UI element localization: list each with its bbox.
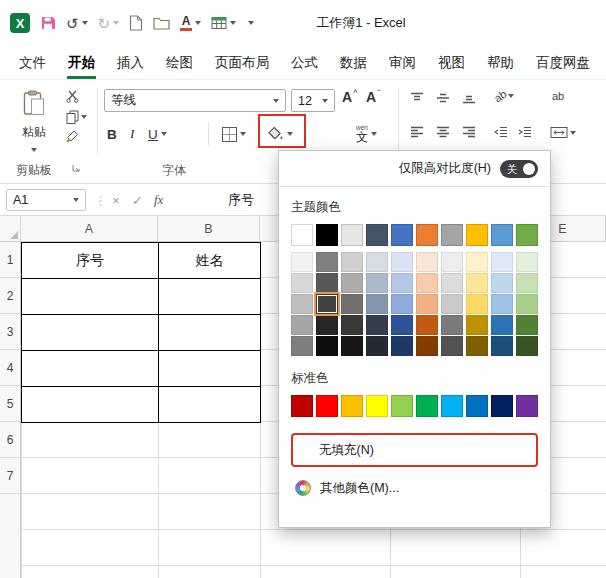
variant-swatch[interactable]: [366, 273, 388, 293]
chevron-down-icon[interactable]: [287, 132, 293, 136]
row-header-6[interactable]: 6: [0, 422, 20, 458]
variant-swatch[interactable]: [291, 315, 313, 335]
standard-color-swatch[interactable]: [416, 395, 438, 417]
cell-A5[interactable]: [22, 387, 159, 423]
chevron-down-icon[interactable]: [371, 132, 377, 136]
variant-swatch[interactable]: [391, 336, 413, 356]
variant-swatch[interactable]: [491, 336, 513, 356]
variant-swatch[interactable]: [316, 294, 338, 314]
variant-swatch[interactable]: [366, 294, 388, 314]
align-center-button[interactable]: [436, 126, 450, 138]
chevron-down-icon[interactable]: [230, 21, 236, 25]
theme-color-swatch[interactable]: [341, 224, 363, 246]
tab-数据[interactable]: 数据: [329, 46, 378, 79]
chevron-down-icon[interactable]: [31, 148, 37, 152]
variant-swatch[interactable]: [366, 336, 388, 356]
variant-swatch[interactable]: [516, 252, 538, 272]
chevron-down-icon[interactable]: [240, 132, 246, 136]
standard-color-swatch[interactable]: [516, 395, 538, 417]
table-grid-button[interactable]: [211, 16, 236, 30]
font-name-combo[interactable]: 等线: [104, 89, 286, 112]
align-middle-button[interactable]: [436, 92, 450, 104]
theme-color-swatch[interactable]: [441, 224, 463, 246]
more-colors-option[interactable]: 其他颜色(M)...: [291, 475, 538, 501]
undo-button[interactable]: ↺: [66, 16, 88, 31]
align-right-button[interactable]: [462, 126, 476, 138]
variant-swatch[interactable]: [341, 252, 363, 272]
row-header-4[interactable]: 4: [0, 350, 20, 386]
cut-button[interactable]: [66, 90, 79, 103]
cell-B1[interactable]: 姓名: [159, 243, 261, 279]
tab-插入[interactable]: 插入: [106, 46, 155, 79]
wrap-text-button[interactable]: ab: [552, 90, 564, 102]
font-size-combo[interactable]: 12: [291, 89, 335, 112]
phonetic-guide-button[interactable]: wén文: [356, 122, 377, 146]
increase-font-button[interactable]: A^: [342, 90, 357, 104]
standard-color-swatch[interactable]: [441, 395, 463, 417]
variant-swatch[interactable]: [466, 315, 488, 335]
variant-swatch[interactable]: [491, 273, 513, 293]
insert-function-icon[interactable]: fx: [154, 184, 163, 216]
standard-color-swatch[interactable]: [466, 395, 488, 417]
variant-swatch[interactable]: [441, 315, 463, 335]
new-file-button[interactable]: [129, 15, 143, 31]
chevron-down-icon[interactable]: [73, 198, 79, 202]
align-left-button[interactable]: [410, 126, 424, 138]
tab-页面布局[interactable]: 页面布局: [204, 46, 280, 79]
chevron-down-icon[interactable]: [508, 94, 514, 98]
variant-swatch[interactable]: [366, 252, 388, 272]
chevron-down-icon[interactable]: [273, 99, 279, 103]
variant-swatch[interactable]: [441, 273, 463, 293]
formula-content[interactable]: 序号: [228, 184, 254, 216]
theme-color-swatch[interactable]: [316, 224, 338, 246]
column-header-B[interactable]: B: [158, 216, 260, 241]
variant-swatch[interactable]: [316, 315, 338, 335]
variant-swatch[interactable]: [416, 315, 438, 335]
variant-swatch[interactable]: [516, 273, 538, 293]
variant-swatch[interactable]: [466, 252, 488, 272]
increase-indent-button[interactable]: [518, 126, 532, 138]
paste-button[interactable]: 粘贴: [10, 86, 58, 154]
select-all-corner[interactable]: [0, 216, 21, 241]
tab-开始[interactable]: 开始: [57, 46, 106, 79]
variant-swatch[interactable]: [391, 273, 413, 293]
chevron-down-icon[interactable]: [113, 21, 119, 25]
variant-swatch[interactable]: [516, 294, 538, 314]
borders-button[interactable]: [222, 122, 246, 146]
theme-color-swatch[interactable]: [391, 224, 413, 246]
font-color-button[interactable]: A: [180, 15, 201, 31]
high-contrast-toggle[interactable]: 关: [500, 160, 538, 178]
standard-color-swatch[interactable]: [391, 395, 413, 417]
tab-绘图[interactable]: 绘图: [155, 46, 204, 79]
tab-帮助[interactable]: 帮助: [476, 46, 525, 79]
chevron-down-icon[interactable]: [570, 131, 576, 135]
save-button[interactable]: [40, 15, 56, 31]
format-painter-button[interactable]: [66, 130, 79, 143]
open-file-button[interactable]: [153, 16, 170, 30]
theme-color-swatch[interactable]: [491, 224, 513, 246]
variant-swatch[interactable]: [391, 294, 413, 314]
tab-审阅[interactable]: 审阅: [378, 46, 427, 79]
variant-swatch[interactable]: [516, 315, 538, 335]
standard-color-swatch[interactable]: [291, 395, 313, 417]
standard-color-swatch[interactable]: [366, 395, 388, 417]
row-header-1[interactable]: 1: [0, 242, 20, 278]
enter-icon[interactable]: ✓: [132, 184, 143, 216]
cell-A3[interactable]: [22, 315, 159, 351]
column-header-A[interactable]: A: [21, 216, 158, 241]
variant-swatch[interactable]: [366, 315, 388, 335]
variant-swatch[interactable]: [291, 252, 313, 272]
row-header-5[interactable]: 5: [0, 386, 20, 422]
cell-A1[interactable]: 序号: [22, 243, 159, 279]
chevron-down-icon[interactable]: [161, 132, 167, 136]
variant-swatch[interactable]: [341, 273, 363, 293]
variant-swatch[interactable]: [441, 336, 463, 356]
decrease-font-button[interactable]: Aˇ: [366, 90, 380, 104]
variant-swatch[interactable]: [316, 336, 338, 356]
variant-swatch[interactable]: [291, 294, 313, 314]
qat-overflow-button[interactable]: [248, 21, 254, 25]
variant-swatch[interactable]: [491, 315, 513, 335]
no-fill-option[interactable]: 无填充(N): [291, 433, 538, 467]
fill-color-button[interactable]: [266, 122, 293, 146]
standard-color-swatch[interactable]: [341, 395, 363, 417]
